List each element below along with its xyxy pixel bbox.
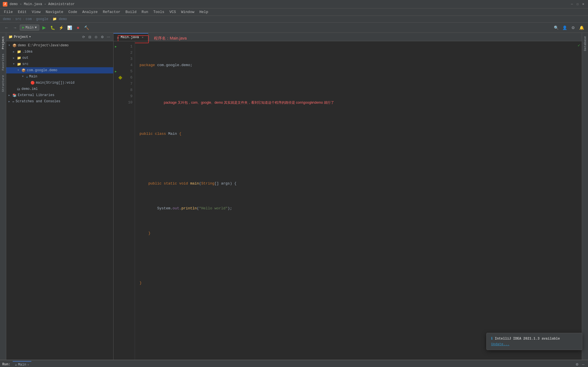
build-button[interactable]: 🔨 bbox=[83, 24, 90, 31]
menu-help[interactable]: Help bbox=[197, 9, 210, 15]
menu-build[interactable]: Build bbox=[123, 9, 139, 15]
tree-item-root[interactable]: ▼ 📦 demo E:\Project\Java\demo bbox=[6, 42, 113, 49]
breadcrumb-sep4: › bbox=[49, 17, 51, 21]
tree-item-idea[interactable]: ▶ 📁 .idea bbox=[6, 49, 113, 55]
bottom-minimize-button[interactable]: ─ bbox=[581, 362, 586, 367]
left-side-tabs: Project Favorites Structure bbox=[0, 33, 6, 360]
menu-edit[interactable]: Edit bbox=[16, 9, 29, 15]
user-button[interactable]: 👤 bbox=[561, 24, 568, 31]
tab-close-button[interactable]: ✕ bbox=[141, 35, 145, 39]
tree-arrow: ▼ bbox=[18, 69, 20, 72]
debug-button[interactable]: 🐛 bbox=[49, 24, 56, 31]
bottom-settings-button[interactable]: ⚙ bbox=[574, 362, 580, 367]
annotation-title: 程序名：Main.java bbox=[154, 36, 187, 41]
menu-view[interactable]: View bbox=[29, 9, 43, 15]
tree-item-label: External Libraries bbox=[18, 93, 55, 97]
tree-item-main-class[interactable]: ▼ ☕ Main bbox=[6, 73, 113, 80]
menu-run[interactable]: Run bbox=[139, 9, 150, 15]
tree-arrow: ▶ bbox=[8, 94, 11, 97]
run-label: Run: bbox=[2, 362, 10, 366]
bp-slot-3 bbox=[118, 56, 123, 62]
minimize-button[interactable]: ─ bbox=[570, 2, 574, 6]
menu-navigate[interactable]: Navigate bbox=[43, 9, 66, 15]
menu-vcs[interactable]: VCS bbox=[167, 9, 178, 15]
tree-item-iml[interactable]: 🗂 demo.iml bbox=[6, 86, 113, 92]
run-tab-close[interactable]: ✕ bbox=[27, 363, 29, 366]
run-config-selector[interactable]: ▶ Main ▼ bbox=[20, 25, 39, 31]
menu-refactor[interactable]: Refactor bbox=[101, 9, 123, 15]
search-everywhere-button[interactable]: 🔍 bbox=[552, 24, 560, 31]
panel-options-button[interactable]: ⋯ bbox=[106, 34, 111, 40]
java-icon: ☕ bbox=[26, 75, 28, 79]
coverage-button[interactable]: ⚡ bbox=[57, 24, 65, 31]
run-arrow-3[interactable]: ▶ bbox=[114, 44, 118, 50]
sidebar-tab-database[interactable]: Database bbox=[582, 34, 588, 53]
maximize-button[interactable]: □ bbox=[576, 2, 580, 6]
tree-item-src[interactable]: ▼ 📁 src bbox=[6, 61, 113, 67]
settings-button[interactable]: ⚙ bbox=[569, 24, 577, 31]
title-bar-controls[interactable]: ─ □ ✕ bbox=[570, 2, 585, 6]
project-dropdown-icon[interactable]: ▼ bbox=[29, 36, 31, 38]
code-content[interactable]: package com.google.demo; package 又叫包，com… bbox=[135, 41, 582, 360]
package-icon: 📦 bbox=[21, 68, 26, 73]
editor-tab-main[interactable]: ☕ Main.java ✕ bbox=[114, 33, 148, 41]
bp-slot-6 bbox=[118, 75, 123, 81]
notifications-button[interactable]: 🔔 bbox=[578, 24, 585, 31]
menu-file[interactable]: File bbox=[2, 9, 15, 15]
breadcrumb-google[interactable]: google bbox=[36, 17, 48, 21]
checkmark-indicator: ✓ bbox=[578, 43, 580, 48]
tree-arrow: ▶ bbox=[13, 57, 16, 60]
tree-item-main-method[interactable]: 🔴 main(String[]):void bbox=[6, 80, 113, 86]
menu-window[interactable]: Window bbox=[179, 9, 197, 15]
notification-link[interactable]: Update... bbox=[491, 342, 578, 346]
breadcrumb: demo › src › com › google › 📁 demo bbox=[0, 16, 588, 23]
scratch-icon: ✏ bbox=[12, 99, 14, 104]
code-line-8 bbox=[140, 255, 582, 261]
sidebar-tab-favorites[interactable]: Favorites bbox=[0, 51, 6, 73]
breadcrumb-demo2[interactable]: 📁 demo bbox=[53, 17, 67, 21]
toolbar-right: 🔍 👤 ⚙ 🔔 bbox=[552, 24, 585, 31]
tree-item-package[interactable]: ▼ 📦 com.google.demo bbox=[6, 67, 113, 73]
close-button[interactable]: ✕ bbox=[581, 2, 585, 6]
stop-button[interactable]: ■ bbox=[74, 24, 82, 31]
breadcrumb-src[interactable]: src bbox=[15, 17, 21, 21]
tree-item-label: main(String[]):void bbox=[36, 81, 75, 85]
toolbar-forward-button[interactable]: → bbox=[11, 24, 19, 31]
project-title: 📁 Project ▼ bbox=[8, 35, 31, 39]
app-icon: J bbox=[3, 2, 7, 6]
tree-arrow: ▼ bbox=[8, 44, 11, 47]
run-gutter: ▶ ▶ bbox=[114, 41, 118, 360]
run-button[interactable]: ▶ bbox=[40, 24, 48, 31]
tree-item-scratches[interactable]: ▶ ✏ Scratches and Consoles bbox=[6, 98, 113, 105]
menu-code[interactable]: Code bbox=[66, 9, 79, 15]
code-line-1: package com.google.demo; bbox=[140, 62, 582, 68]
code-editor[interactable]: ▶ ▶ 1 2 3 4 5 bbox=[114, 41, 582, 360]
breadcrumb-com[interactable]: com bbox=[26, 17, 32, 21]
folder-icon: 📁 bbox=[17, 62, 21, 66]
project-icon: 📁 bbox=[8, 35, 13, 39]
sidebar-tab-project[interactable]: Project bbox=[0, 34, 6, 51]
bp-slot-1 bbox=[118, 44, 123, 50]
breadcrumb-sep2: › bbox=[23, 17, 25, 21]
tree-item-out[interactable]: ▶ 📁 out bbox=[6, 55, 113, 61]
menu-tools[interactable]: Tools bbox=[151, 9, 167, 15]
tree-item-external-libs[interactable]: ▶ 📚 External Libraries bbox=[6, 92, 113, 98]
sidebar-tab-structure[interactable]: Structure bbox=[0, 73, 6, 94]
project-tools: ⟳ ⊟ ⊙ ⚙ ⋯ bbox=[81, 34, 111, 40]
code-line-6: System.out.println("Hello world"); bbox=[140, 205, 582, 212]
folder-icon: 📁 bbox=[17, 56, 21, 60]
locate-button[interactable]: ⊙ bbox=[93, 34, 99, 40]
sync-button[interactable]: ⟳ bbox=[81, 34, 86, 40]
settings-button[interactable]: ⚙ bbox=[100, 34, 105, 40]
menu-analyze[interactable]: Analyze bbox=[80, 9, 100, 15]
run-arrow-5[interactable]: ▶ bbox=[114, 68, 118, 75]
collapse-all-button[interactable]: ⊟ bbox=[87, 34, 92, 40]
tree-item-label: demo E:\Project\Java\demo bbox=[18, 44, 69, 47]
run-tab-config[interactable]: ☕ Main ✕ bbox=[13, 361, 31, 367]
breadcrumb-demo[interactable]: demo bbox=[3, 17, 11, 21]
bottom-tabs-left: Run: ☕ Main ✕ bbox=[2, 361, 31, 367]
toolbar-back-button[interactable]: ← bbox=[3, 24, 10, 31]
project-label: Project bbox=[14, 35, 28, 39]
breakpoint-diamond bbox=[118, 76, 122, 80]
profile-button[interactable]: 📊 bbox=[66, 24, 73, 31]
